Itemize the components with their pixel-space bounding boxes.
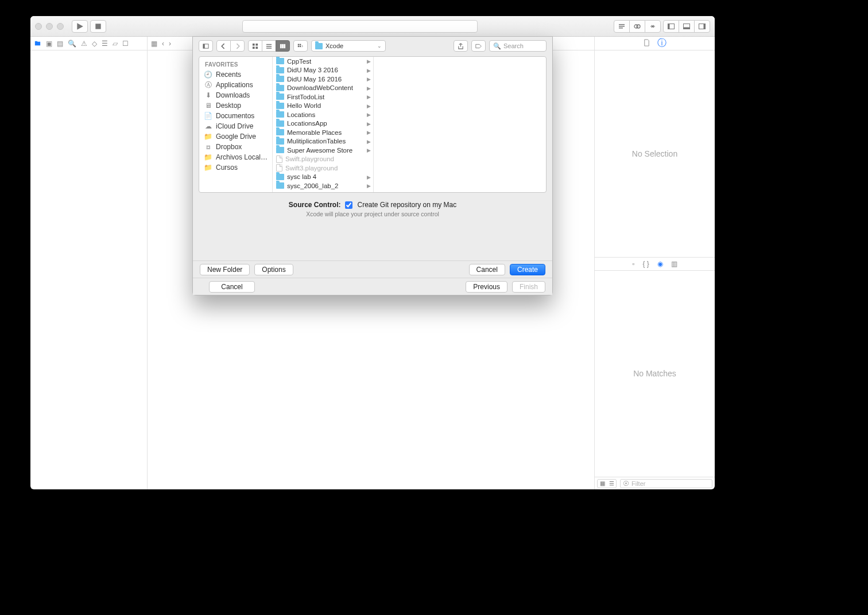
new-folder-button[interactable]: New Folder (200, 264, 250, 275)
toggle-sidebar-button[interactable] (199, 40, 213, 52)
tags-button[interactable] (471, 40, 486, 52)
quick-help-icon[interactable]: ⓘ (657, 37, 666, 49)
library-filter-field[interactable]: ⦿ Filter (620, 479, 712, 488)
svg-rect-21 (280, 44, 282, 48)
panel-toggle-segment[interactable] (663, 20, 710, 33)
sidebar-item[interactable]: ⬇Downloads (199, 90, 272, 100)
test-navigator-icon[interactable]: ◇ (92, 40, 97, 48)
finder-row[interactable]: Swift3.playground (273, 164, 373, 173)
list-view-button[interactable] (262, 40, 276, 52)
library-tabs[interactable]: ▫ { } ◉ ▥ (595, 257, 715, 271)
finder-row-label: sysc lab 4 (287, 173, 316, 180)
find-navigator-icon[interactable]: ▤ (57, 40, 63, 48)
toggle-inspector-icon[interactable] (694, 20, 710, 33)
wizard-previous-button[interactable]: Previous (466, 281, 507, 293)
finder-row[interactable]: Locations▶ (273, 110, 373, 119)
toggle-navigator-icon[interactable] (663, 20, 679, 33)
finder-row[interactable]: sysc_2006_lab_2▶ (273, 181, 373, 190)
git-checkbox[interactable] (345, 201, 352, 209)
sidebar-item-label: Cursos (216, 164, 238, 172)
code-snippet-library-icon[interactable]: { } (642, 260, 649, 268)
icon-view-button[interactable] (248, 40, 262, 52)
back-icon[interactable]: ‹ (162, 40, 164, 48)
sidebar-item[interactable]: 📁Google Drive (199, 131, 272, 142)
chevron-right-icon: ▶ (367, 174, 371, 180)
finder-row[interactable]: LocationsApp▶ (273, 119, 373, 129)
symbol-navigator-icon[interactable]: ▣ (46, 40, 52, 48)
zoom-icon[interactable] (57, 23, 64, 30)
file-inspector-icon[interactable] (643, 38, 650, 49)
inspector-tabs-top[interactable]: ⓘ (594, 37, 715, 50)
svg-rect-19 (266, 46, 272, 46)
toggle-debug-icon[interactable] (679, 20, 695, 33)
source-control-label: Source Control: (289, 201, 341, 209)
library-view-toggle[interactable]: ▦☰ (597, 479, 617, 488)
editor-mode-segment[interactable] (614, 20, 661, 33)
inspector-pane: No Selection ▫ { } ◉ ▥ No Matches ▦☰ ⦿ F… (594, 50, 715, 489)
finder-row[interactable]: Super Awesome Store▶ (273, 146, 373, 155)
finder-row-label: DidU May 3 2016 (287, 67, 338, 73)
column-view-button[interactable] (276, 40, 290, 52)
file-template-library-icon[interactable]: ▫ (632, 260, 634, 268)
object-library-icon[interactable]: ◉ (657, 260, 663, 268)
finder-row[interactable]: CppTest▶ (273, 57, 373, 66)
report-navigator-icon[interactable]: ☐ (122, 40, 129, 48)
nav-segment[interactable] (216, 40, 245, 52)
back-button[interactable] (216, 40, 231, 52)
folder-icon (276, 111, 284, 118)
wizard-cancel-button[interactable]: Cancel (209, 281, 255, 293)
finder-row-label: Swift.playground (285, 155, 334, 162)
finder-row[interactable]: Memorable Places▶ (273, 128, 373, 137)
forward-button[interactable] (230, 40, 245, 52)
close-icon[interactable] (35, 23, 42, 30)
sidebar-item[interactable]: 🖥Desktop (199, 100, 272, 111)
finder-column-1[interactable]: CppTest▶DidU May 3 2016▶DidU May 16 2016… (273, 57, 374, 192)
location-popup[interactable]: Xcode ⌄ (311, 40, 386, 52)
related-items-icon[interactable]: ▦ (151, 40, 157, 48)
issue-navigator-icon[interactable]: ⚠ (81, 40, 87, 48)
finder-row[interactable]: MulitiplicationTables▶ (273, 137, 373, 146)
search-navigator-icon[interactable]: 🔍 (68, 40, 76, 48)
share-button[interactable] (454, 40, 468, 52)
debug-navigator-icon[interactable]: ☰ (102, 40, 108, 48)
stop-button[interactable] (90, 20, 106, 33)
sidebar-item[interactable]: 📄Documentos (199, 111, 272, 121)
chevron-right-icon: ▶ (367, 121, 371, 127)
folder-icon: 📁 (204, 133, 212, 141)
project-navigator-icon[interactable] (34, 40, 41, 47)
finder-sidebar: Favorites 🕘RecentsⒶApplications⬇Download… (199, 57, 273, 192)
svg-rect-11 (704, 24, 706, 29)
forward-icon[interactable]: › (169, 40, 171, 48)
folder-icon (315, 43, 323, 49)
media-library-icon[interactable]: ▥ (671, 260, 677, 268)
sidebar-item[interactable]: 🕘Recents (199, 69, 272, 80)
folder-icon (276, 67, 284, 73)
sidebar-item[interactable]: 📁Archivos Local… (199, 152, 272, 162)
assistant-editor-icon[interactable] (629, 20, 645, 33)
minimize-icon[interactable] (46, 23, 53, 30)
sidebar-item[interactable]: ⧈Dropbox (199, 142, 272, 152)
sidebar-item[interactable]: ☁iCloud Drive (199, 121, 272, 131)
options-button[interactable]: Options (254, 264, 293, 275)
standard-editor-icon[interactable] (614, 20, 630, 33)
navigator-tabs[interactable]: ▣ ▤ 🔍 ⚠ ◇ ☰ ▱ ☐ (30, 37, 148, 50)
finder-row[interactable]: Hello World▶ (273, 102, 373, 111)
arrange-button[interactable] (293, 40, 308, 52)
finder-row[interactable]: DownloadWebContent▶ (273, 84, 373, 93)
search-field[interactable]: 🔍 Search (489, 40, 547, 52)
sidebar-item[interactable]: ⒶApplications (199, 80, 272, 90)
view-mode-segment[interactable] (248, 40, 290, 52)
finder-row[interactable]: sysc lab 4▶ (273, 173, 373, 182)
svg-rect-20 (266, 48, 272, 48)
source-control-section: Source Control: Create Git repository on… (193, 193, 552, 223)
breakpoint-navigator-icon[interactable]: ▱ (113, 40, 118, 48)
finder-row[interactable]: DidU May 3 2016▶ (273, 66, 373, 75)
finder-row[interactable]: Swift.playground (273, 155, 373, 164)
cancel-button[interactable]: Cancel (469, 264, 505, 275)
create-button[interactable]: Create (510, 264, 545, 275)
finder-row[interactable]: DidU May 16 2016▶ (273, 75, 373, 84)
run-button[interactable] (72, 20, 88, 33)
version-editor-icon[interactable] (645, 20, 661, 33)
finder-row[interactable]: FirstTodoList▶ (273, 92, 373, 102)
sidebar-item[interactable]: 📁Cursos (199, 162, 272, 173)
